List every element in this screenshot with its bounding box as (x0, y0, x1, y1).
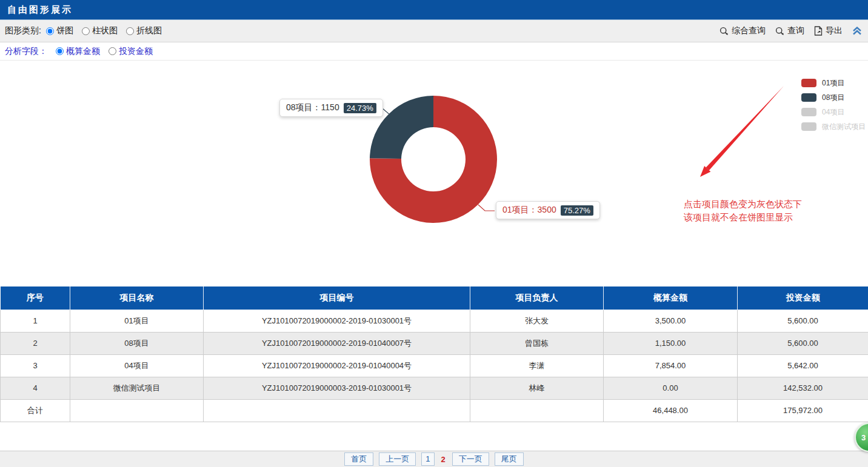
analysis-field-group: 分析字段： 概算金额 投资金额 (0, 42, 868, 61)
search-icon (775, 27, 784, 36)
legend-item-wechat-test[interactable]: 微信测试项目 (801, 119, 866, 134)
table-total-row: 合计 46,448.00 175,972.00 (1, 399, 868, 422)
table-footer-gap (0, 422, 868, 451)
chart-type-label: 图形类别: (5, 25, 41, 36)
table-row: 2 08项目 YZJ1010072019000002-2019-01040007… (1, 332, 868, 354)
header-index: 序号 (1, 286, 70, 310)
annotation-arrow-shaft (706, 86, 784, 170)
annotation-arrow-head (700, 166, 710, 177)
table-header-row: 序号 项目名称 项目编号 项目负责人 概算金额 投资金额 (1, 286, 868, 310)
analysis-field-label: 分析字段： (5, 46, 47, 57)
donut-chart (367, 93, 500, 226)
legend-swatch (801, 93, 816, 102)
pagination-page-2-current: 2 (440, 454, 447, 465)
radio-pie-input[interactable] (46, 27, 54, 35)
table-row: 4 微信测试项目 YZJ1010072019000003-2019-010300… (1, 377, 868, 399)
export-icon (814, 26, 823, 36)
toolbar: 图形类别: 饼图 柱状图 折线图 综合查询 (0, 20, 868, 42)
chart-legend: 01项目 08项目 04项目 微信测试项目 (801, 76, 866, 134)
legend-swatch (801, 108, 816, 116)
total-label: 合计 (1, 399, 70, 422)
pagination-page-1[interactable]: 1 (421, 452, 434, 466)
radio-budget-amount[interactable]: 概算金额 (56, 46, 100, 57)
title-bar: 自由图形展示 (0, 0, 868, 20)
header-budget-amount: 概算金额 (604, 286, 738, 310)
annotation-text: 点击项目颜色变为灰色状态下 该项目就不会在饼图里显示 (684, 197, 802, 224)
pagination-last-button[interactable]: 尾页 (495, 452, 524, 466)
radio-pie-chart[interactable]: 饼图 (46, 25, 73, 36)
page-title: 自由图形展示 (7, 4, 73, 16)
search-icon (719, 27, 729, 36)
query-button[interactable]: 查询 (775, 25, 804, 36)
header-project-name: 项目名称 (70, 286, 204, 310)
radio-bar-input[interactable] (82, 27, 90, 35)
legend-item-04[interactable]: 04项目 (801, 105, 866, 119)
total-budget: 46,448.00 (604, 399, 738, 422)
project-table: 序号 项目名称 项目编号 项目负责人 概算金额 投资金额 1 01项目 YZJ1… (0, 286, 868, 422)
radio-investment-amount[interactable]: 投资金额 (109, 46, 153, 57)
chevron-double-up-icon[interactable] (852, 27, 862, 35)
table-row: 3 04项目 YZJ1010072019000002-2019-01040004… (1, 354, 868, 377)
pagination-bar: 首页 上一页 1 2 下一页 尾页 (0, 451, 868, 467)
pagination-first-button[interactable]: 首页 (344, 452, 373, 466)
radio-line-chart[interactable]: 折线图 (126, 25, 162, 36)
pie-chart-area: 08项目：1150 24.73% 01项目：3500 75.27% 01项目 0… (0, 61, 868, 286)
pie-label-08: 08项目：1150 24.73% (279, 99, 383, 117)
export-button[interactable]: 导出 (814, 25, 843, 36)
composite-query-button[interactable]: 综合查询 (719, 25, 766, 36)
header-project-manager: 项目负责人 (470, 286, 604, 310)
legend-swatch (801, 122, 816, 131)
app-page: 自由图形展示 图形类别: 饼图 柱状图 折线图 (0, 0, 868, 467)
pie-label-01: 01项目：3500 75.27% (496, 201, 600, 219)
pagination-next-button[interactable]: 下一页 (452, 452, 489, 466)
percent-badge: 24.73% (344, 103, 376, 113)
pagination-prev-button[interactable]: 上一页 (379, 452, 416, 466)
radio-bar-chart[interactable]: 柱状图 (82, 25, 118, 36)
header-investment-amount: 投资金额 (738, 286, 868, 310)
toolbar-actions: 综合查询 查询 导出 (719, 25, 862, 36)
chart-type-group: 图形类别: 饼图 柱状图 折线图 (5, 25, 170, 36)
radio-budget-input[interactable] (56, 47, 64, 55)
total-investment: 175,972.00 (738, 399, 868, 422)
legend-swatch (801, 79, 816, 87)
radio-line-input[interactable] (126, 27, 134, 35)
radio-investment-input[interactable] (109, 47, 116, 55)
legend-item-08[interactable]: 08项目 (801, 90, 866, 105)
legend-item-01[interactable]: 01项目 (801, 76, 866, 90)
table-row: 1 01项目 YZJ1010072019000002-2019-01030001… (1, 310, 868, 332)
percent-badge: 75.27% (561, 205, 593, 216)
header-project-number: 项目编号 (204, 286, 470, 310)
